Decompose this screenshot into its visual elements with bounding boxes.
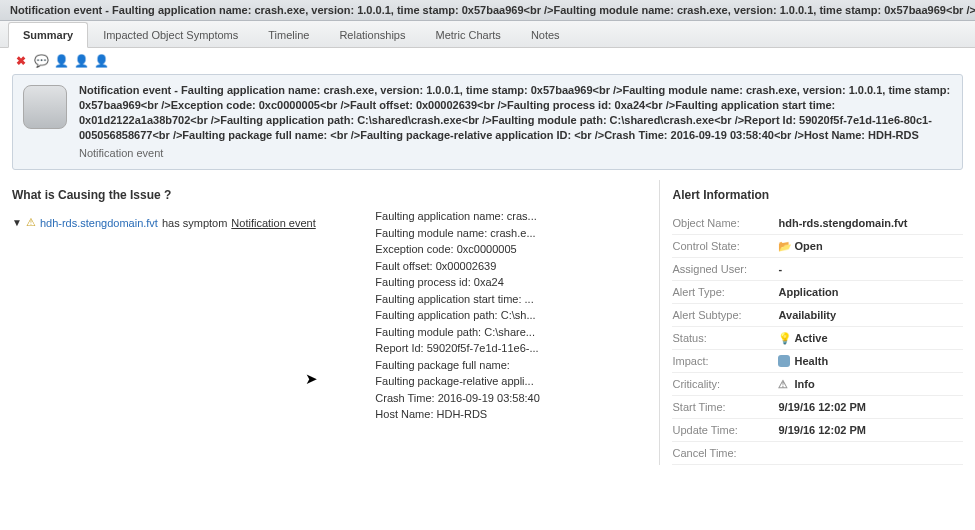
alert-info-column: Alert Information Object Name:hdh-rds.st… — [659, 180, 963, 465]
tab-timeline[interactable]: Timeline — [253, 22, 324, 48]
cause-column: What is Causing the Issue ? ▼ ⚠ hdh-rds.… — [12, 180, 355, 465]
fault-list: Faulting application name: cras...Faulti… — [375, 204, 639, 423]
symptom-event-link[interactable]: Notification event — [231, 217, 315, 229]
alert-info-title: Alert Information — [672, 188, 963, 202]
info-label: Alert Subtype: — [672, 309, 772, 321]
info-value: Availability — [778, 309, 963, 321]
alert-info-table: Object Name:hdh-rds.stengdomain.fvtContr… — [672, 212, 963, 465]
symptom-text: has symptom — [162, 217, 227, 229]
info-value-text: Open — [794, 240, 822, 252]
release-user-icon[interactable]: 👤 — [94, 54, 108, 68]
fault-line: Faulting package-relative appli... — [375, 373, 639, 390]
info-value-text: 9/19/16 12:02 PM — [778, 401, 865, 413]
info-row: Status:💡Active — [672, 327, 963, 350]
fault-line: Faulting package full name: — [375, 357, 639, 374]
info-row: Start Time:9/19/16 12:02 PM — [672, 396, 963, 419]
info-value: Application — [778, 286, 963, 298]
take-ownership-icon[interactable]: 👤 — [74, 54, 88, 68]
delete-icon[interactable]: ✖ — [14, 54, 28, 68]
info-label: Cancel Time: — [672, 447, 772, 459]
info-label: Criticality: — [672, 378, 772, 390]
info-label: Start Time: — [672, 401, 772, 413]
symptom-row[interactable]: ▼ ⚠ hdh-rds.stengdomain.fvt has symptom … — [12, 212, 355, 233]
info-label: Alert Type: — [672, 286, 772, 298]
notification-icon — [23, 85, 67, 129]
info-row: Criticality:⚠Info — [672, 373, 963, 396]
tab-summary[interactable]: Summary — [8, 22, 88, 48]
info-label: Object Name: — [672, 217, 772, 229]
info-label: Update Time: — [672, 424, 772, 436]
info-row: Update Time:9/19/16 12:02 PM — [672, 419, 963, 442]
info-row: Impact:Health — [672, 350, 963, 373]
info-value-text: Info — [794, 378, 814, 390]
info-row: Alert Subtype:Availability — [672, 304, 963, 327]
window-title-bar: Notification event - Faulting applicatio… — [0, 0, 975, 21]
info-value: hdh-rds.stengdomain.fvt — [778, 217, 963, 229]
chat-icon[interactable]: 💬 — [34, 54, 48, 68]
notification-banner: Notification event - Faulting applicatio… — [12, 74, 963, 170]
info-triangle-icon: ⚠ — [778, 378, 790, 390]
info-value-text: Active — [794, 332, 827, 344]
info-value: 9/19/16 12:02 PM — [778, 401, 963, 413]
lightbulb-icon: 💡 — [778, 332, 790, 344]
info-value: 9/19/16 12:02 PM — [778, 424, 963, 436]
fault-line: Report Id: 59020f5f-7e1d-11e6-... — [375, 340, 639, 357]
info-row: Object Name:hdh-rds.stengdomain.fvt — [672, 212, 963, 235]
tab-strip: Summary Impacted Object Symptoms Timelin… — [0, 21, 975, 48]
info-row: Cancel Time: — [672, 442, 963, 465]
notification-title: Notification event - Faulting applicatio… — [79, 83, 952, 142]
info-row: Control State:📂Open — [672, 235, 963, 258]
notification-subtitle: Notification event — [79, 146, 952, 161]
open-folder-icon: 📂 — [778, 240, 790, 252]
fault-line: Fault offset: 0x00002639 — [375, 258, 639, 275]
fault-line: Faulting application start time: ... — [375, 291, 639, 308]
fault-line: Faulting process id: 0xa24 — [375, 274, 639, 291]
health-badge-icon — [778, 355, 790, 367]
info-value-text: Health — [794, 355, 828, 367]
warning-icon: ⚠ — [26, 216, 36, 229]
info-value: Health — [778, 355, 963, 367]
info-value: 📂Open — [778, 240, 963, 252]
info-label: Status: — [672, 332, 772, 344]
info-value — [778, 447, 963, 459]
expand-caret-icon[interactable]: ▼ — [12, 217, 22, 228]
info-value: ⚠Info — [778, 378, 963, 390]
fault-line: Faulting application name: cras... — [375, 208, 639, 225]
host-link[interactable]: hdh-rds.stengdomain.fvt — [40, 217, 158, 229]
info-label: Assigned User: — [672, 263, 772, 275]
info-value: - — [778, 263, 963, 275]
info-value-text: 9/19/16 12:02 PM — [778, 424, 865, 436]
fault-line: Exception code: 0xc0000005 — [375, 241, 639, 258]
tab-notes[interactable]: Notes — [516, 22, 575, 48]
fault-line: Faulting application path: C:\sh... — [375, 307, 639, 324]
info-label: Impact: — [672, 355, 772, 367]
info-value-text: - — [778, 263, 782, 275]
info-label: Control State: — [672, 240, 772, 252]
info-row: Assigned User:- — [672, 258, 963, 281]
toolbar: ✖ 💬 👤 👤 👤 — [0, 48, 975, 72]
info-value: 💡Active — [778, 332, 963, 344]
tab-impacted-object-symptoms[interactable]: Impacted Object Symptoms — [88, 22, 253, 48]
fault-line: Host Name: HDH-RDS — [375, 406, 639, 423]
fault-line: Faulting module path: C:\share... — [375, 324, 639, 341]
info-value-text: hdh-rds.stengdomain.fvt — [778, 217, 907, 229]
notification-text: Notification event - Faulting applicatio… — [79, 83, 952, 161]
fault-details-column: Faulting application name: cras...Faulti… — [375, 180, 639, 465]
info-row: Alert Type:Application — [672, 281, 963, 304]
info-value-text: Application — [778, 286, 838, 298]
main-content: What is Causing the Issue ? ▼ ⚠ hdh-rds.… — [0, 180, 975, 475]
tab-metric-charts[interactable]: Metric Charts — [420, 22, 515, 48]
fault-line: Crash Time: 2016-09-19 03:58:40 — [375, 390, 639, 407]
tab-relationships[interactable]: Relationships — [324, 22, 420, 48]
assign-user-icon[interactable]: 👤 — [54, 54, 68, 68]
info-value-text: Availability — [778, 309, 836, 321]
fault-line: Faulting module name: crash.e... — [375, 225, 639, 242]
cause-title: What is Causing the Issue ? — [12, 188, 355, 202]
